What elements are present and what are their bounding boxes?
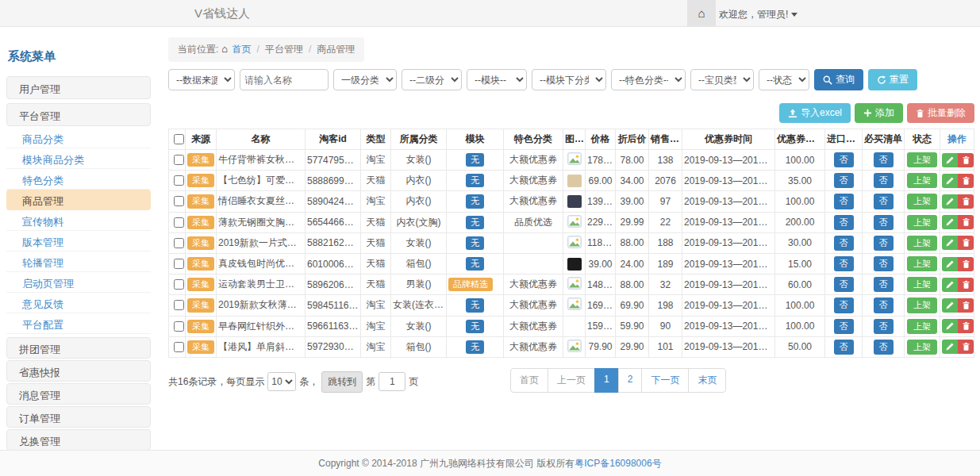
sidebar-item[interactable]: 商品分类 (6, 128, 151, 148)
module-select[interactable]: --模块-- (467, 69, 527, 90)
user-menu[interactable]: 欢迎您，管理员! (719, 8, 797, 21)
delete-button[interactable] (958, 153, 974, 167)
pager-button-首页[interactable]: 首页 (510, 368, 548, 393)
status-select[interactable]: --状态-- (759, 69, 809, 90)
status-badge[interactable]: 上架 (907, 277, 937, 292)
must-buy-badge[interactable]: 否 (874, 152, 894, 167)
pager-button-下一页[interactable]: 下一页 (641, 368, 689, 393)
sidebar-item[interactable]: 启动页管理 (6, 272, 151, 293)
status-badge[interactable]: 上架 (907, 236, 937, 251)
must-buy-badge[interactable]: 否 (874, 236, 894, 251)
row-checkbox[interactable] (174, 175, 184, 186)
import-select-badge[interactable]: 否 (834, 298, 854, 313)
sidebar-item[interactable]: 平台配置 (6, 313, 151, 334)
must-buy-badge[interactable]: 否 (874, 340, 894, 355)
import-select-badge[interactable]: 否 (834, 319, 854, 334)
sidebar-item[interactable]: 模块商品分类 (6, 148, 151, 169)
row-checkbox[interactable] (174, 279, 184, 290)
home-button[interactable]: ⌂ (687, 0, 716, 26)
import-select-badge[interactable]: 否 (834, 173, 854, 188)
sidebar-section[interactable]: 订单管理 (6, 406, 151, 428)
per-page-select[interactable]: 10 (267, 372, 296, 391)
row-checkbox[interactable] (174, 259, 184, 269)
name-search-input[interactable] (240, 69, 329, 90)
sidebar-section-platform[interactable]: 平台管理 (6, 103, 151, 126)
must-buy-badge[interactable]: 否 (874, 277, 894, 292)
delete-button[interactable] (958, 319, 974, 333)
jump-button[interactable]: 跳转到 (321, 371, 363, 393)
batch-delete-button[interactable]: 批量删除 (907, 103, 974, 123)
status-badge[interactable]: 上架 (907, 298, 937, 313)
import-select-badge[interactable]: 否 (834, 215, 854, 230)
sidebar-section[interactable]: 消息管理 (6, 383, 151, 405)
edit-button[interactable] (942, 153, 958, 167)
import-select-badge[interactable]: 否 (834, 236, 854, 251)
delete-button[interactable] (958, 174, 974, 188)
edit-button[interactable] (942, 194, 958, 209)
sidebar-section[interactable]: 拼团管理 (6, 337, 151, 359)
add-button[interactable]: 添加 (855, 103, 903, 123)
delete-button[interactable] (958, 215, 974, 229)
sidebar-item[interactable]: 特色分类 (6, 169, 151, 190)
delete-button[interactable] (958, 236, 974, 250)
jump-page-input[interactable] (379, 372, 405, 391)
search-button[interactable]: 查询 (814, 69, 863, 90)
status-badge[interactable]: 上架 (907, 340, 937, 355)
edit-button[interactable] (942, 319, 958, 333)
edit-button[interactable] (942, 174, 958, 188)
must-buy-badge[interactable]: 否 (874, 256, 894, 271)
pager-button-上一页[interactable]: 上一页 (548, 368, 595, 393)
row-checkbox[interactable] (174, 321, 184, 332)
row-checkbox[interactable] (174, 342, 184, 352)
sidebar-item[interactable]: 宣传物料 (6, 210, 151, 231)
row-checkbox[interactable] (174, 155, 184, 165)
edit-button[interactable] (942, 298, 958, 313)
sidebar-item[interactable]: 版本管理 (6, 231, 151, 251)
row-checkbox[interactable] (174, 217, 184, 228)
import-select-badge[interactable]: 否 (834, 277, 854, 292)
module-subcategory-select[interactable]: --模块下分类-- (532, 69, 606, 90)
status-badge[interactable]: 上架 (907, 319, 937, 334)
delete-button[interactable] (958, 257, 974, 271)
item-type-select[interactable]: --宝贝类型-- (690, 69, 754, 90)
edit-button[interactable] (942, 215, 958, 229)
edit-button[interactable] (942, 278, 958, 292)
row-checkbox[interactable] (174, 238, 184, 248)
import-excel-button[interactable]: 导入excel (779, 103, 851, 123)
level2-category-select[interactable]: --二级分类-- (402, 69, 462, 90)
import-select-badge[interactable]: 否 (834, 340, 854, 355)
status-badge[interactable]: 上架 (907, 152, 937, 167)
breadcrumb-home-link[interactable]: 首页 (233, 44, 252, 55)
level1-category-select[interactable]: 一级分类 (333, 69, 397, 90)
status-badge[interactable]: 上架 (907, 173, 937, 188)
sidebar-item[interactable]: 轮播管理 (6, 251, 151, 272)
import-select-badge[interactable]: 否 (834, 194, 854, 209)
sidebar-section[interactable]: 省惠快报 (6, 360, 151, 382)
import-select-badge[interactable]: 否 (834, 152, 854, 167)
must-buy-badge[interactable]: 否 (874, 298, 894, 313)
must-buy-badge[interactable]: 否 (874, 215, 894, 230)
icp-link[interactable]: 粤ICP备16098006号 (575, 457, 661, 470)
row-checkbox[interactable] (174, 300, 184, 310)
delete-button[interactable] (958, 194, 974, 209)
feature-category-select[interactable]: --特色分类-- (611, 69, 686, 90)
sidebar-section[interactable]: 兑换管理 (6, 429, 151, 451)
must-buy-badge[interactable]: 否 (874, 194, 894, 209)
edit-button[interactable] (942, 340, 958, 354)
sidebar-section-user[interactable]: 用户管理 (6, 76, 151, 99)
sidebar-item[interactable]: 意见反馈 (6, 293, 151, 313)
row-checkbox[interactable] (174, 196, 184, 206)
sidebar-item[interactable]: 商品管理 (6, 190, 151, 210)
delete-button[interactable] (958, 340, 974, 354)
delete-button[interactable] (958, 278, 974, 292)
pager-button-末页[interactable]: 末页 (688, 368, 726, 393)
reset-button[interactable]: 重置 (868, 69, 917, 90)
status-badge[interactable]: 上架 (907, 194, 937, 209)
must-buy-badge[interactable]: 否 (874, 319, 894, 334)
data-source-select[interactable]: --数据来源-- (168, 69, 235, 90)
status-badge[interactable]: 上架 (907, 215, 937, 230)
pager-button-1[interactable]: 1 (594, 368, 619, 393)
import-select-badge[interactable]: 否 (834, 256, 854, 271)
pager-button-2[interactable]: 2 (618, 368, 643, 393)
status-badge[interactable]: 上架 (907, 256, 937, 271)
